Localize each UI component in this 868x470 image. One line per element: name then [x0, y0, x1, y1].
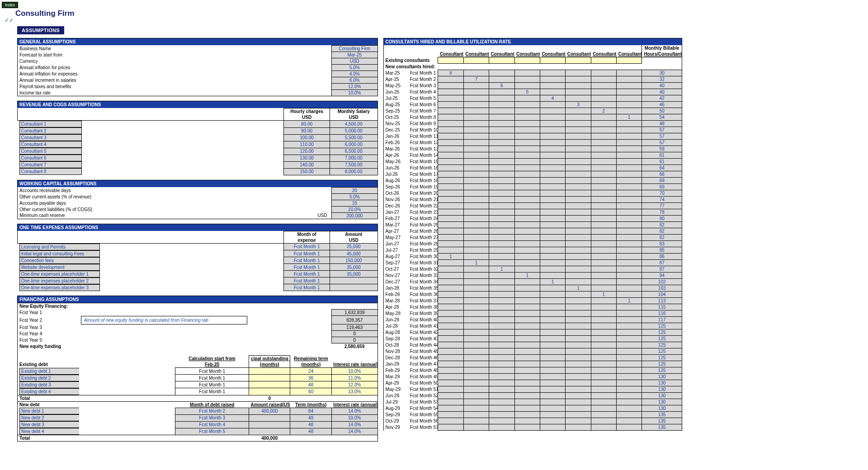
hired-value[interactable] [514, 386, 540, 393]
hired-value[interactable] [463, 140, 489, 146]
hired-value[interactable] [489, 190, 514, 197]
hired-value[interactable] [566, 76, 591, 83]
hired-value[interactable] [540, 216, 565, 222]
hired-value[interactable] [438, 165, 463, 171]
billable-value[interactable]: 135 [642, 418, 682, 424]
billable-value[interactable]: 117 [642, 317, 682, 323]
hired-value[interactable] [463, 424, 489, 431]
hired-value[interactable] [591, 279, 616, 285]
hired-value[interactable] [514, 424, 540, 431]
billable-value[interactable]: 69 [642, 178, 682, 184]
hired-value[interactable] [463, 367, 489, 374]
hired-value[interactable] [591, 89, 616, 95]
hired-value[interactable] [617, 380, 642, 386]
exist-out[interactable] [249, 381, 290, 388]
hired-value[interactable] [463, 323, 489, 329]
billable-value[interactable]: 82 [642, 228, 682, 235]
hired-value[interactable] [566, 304, 591, 310]
index-button[interactable]: Index [2, 2, 18, 8]
hired-value[interactable] [617, 178, 642, 184]
billable-value[interactable]: 125 [642, 348, 682, 355]
hired-value[interactable] [514, 70, 540, 76]
hired-value[interactable] [566, 380, 591, 386]
hired-value[interactable] [514, 310, 540, 317]
hired-value[interactable] [540, 260, 565, 266]
hired-value[interactable] [591, 216, 616, 222]
billable-value[interactable]: 125 [642, 355, 682, 361]
hired-value[interactable] [540, 393, 565, 399]
hired-value[interactable] [514, 254, 540, 260]
hired-value[interactable] [540, 405, 565, 412]
onetime-month[interactable]: Fcst Month 1 [284, 264, 330, 271]
hired-value[interactable] [514, 342, 540, 348]
hired-value[interactable] [591, 228, 616, 235]
hired-value[interactable] [540, 114, 565, 121]
hired-value[interactable] [540, 247, 565, 254]
hired-value[interactable] [540, 298, 565, 304]
onetime-month[interactable]: Fcst Month 1 [284, 271, 330, 277]
hired-value[interactable] [540, 355, 565, 361]
hired-value[interactable] [591, 235, 616, 241]
hired-value[interactable] [514, 380, 540, 386]
hired-value[interactable] [617, 342, 642, 348]
hired-value[interactable] [489, 165, 514, 171]
hired-value[interactable] [617, 386, 642, 393]
hired-value[interactable] [566, 146, 591, 152]
hired-value[interactable] [540, 336, 565, 342]
hired-value[interactable] [438, 329, 463, 336]
hired-value[interactable] [438, 178, 463, 184]
hired-value[interactable] [489, 184, 514, 190]
hired-value[interactable] [489, 241, 514, 247]
hired-value[interactable] [617, 197, 642, 203]
billable-value[interactable]: 103 [642, 285, 682, 291]
hired-value[interactable] [591, 70, 616, 76]
hired-value[interactable] [591, 317, 616, 323]
hired-value[interactable] [591, 342, 616, 348]
hired-value[interactable] [463, 304, 489, 310]
billable-value[interactable]: 125 [642, 361, 682, 367]
hired-value[interactable] [438, 127, 463, 133]
hired-value[interactable] [438, 89, 463, 95]
hired-value[interactable] [514, 241, 540, 247]
salary-value[interactable]: 6,000.00 [330, 141, 377, 148]
hired-value[interactable] [463, 405, 489, 412]
hired-value[interactable] [489, 317, 514, 323]
hired-value[interactable] [438, 266, 463, 273]
onetime-month[interactable]: Fcst Month 1 [284, 284, 330, 291]
hired-value[interactable] [617, 83, 642, 89]
hired-value[interactable]: 1 [540, 279, 565, 285]
hired-value[interactable] [463, 285, 489, 291]
hired-value[interactable] [591, 380, 616, 386]
hired-value[interactable] [463, 127, 489, 133]
wc-value[interactable]: 200,000 [331, 212, 377, 219]
billable-value[interactable]: 125 [642, 329, 682, 336]
salary-value[interactable]: 7,000.00 [330, 155, 377, 161]
hired-value[interactable] [540, 165, 565, 171]
hired-value[interactable] [438, 355, 463, 361]
hired-value[interactable] [617, 310, 642, 317]
hired-value[interactable] [514, 367, 540, 374]
hired-value[interactable] [438, 102, 463, 108]
newdebt-term[interactable]: 48 [290, 428, 331, 435]
billable-value[interactable]: 69 [642, 184, 682, 190]
newdebt-term[interactable]: 84 [290, 408, 331, 414]
hired-value[interactable] [489, 298, 514, 304]
hired-value[interactable] [489, 254, 514, 260]
hired-value[interactable] [617, 102, 642, 108]
hired-value[interactable] [438, 146, 463, 152]
hired-value[interactable] [438, 228, 463, 235]
hired-value[interactable] [463, 178, 489, 184]
hired-value[interactable] [514, 285, 540, 291]
hired-value[interactable] [489, 178, 514, 184]
hired-value[interactable] [514, 298, 540, 304]
hired-value[interactable] [463, 114, 489, 121]
hired-value[interactable] [514, 329, 540, 336]
hired-value[interactable] [566, 310, 591, 317]
hired-value[interactable] [489, 386, 514, 393]
hired-value[interactable] [514, 235, 540, 241]
hired-value[interactable] [540, 228, 565, 235]
hired-value[interactable] [540, 102, 565, 108]
hired-value[interactable] [591, 412, 616, 418]
billable-value[interactable]: 116 [642, 310, 682, 317]
hired-value[interactable] [540, 89, 565, 95]
